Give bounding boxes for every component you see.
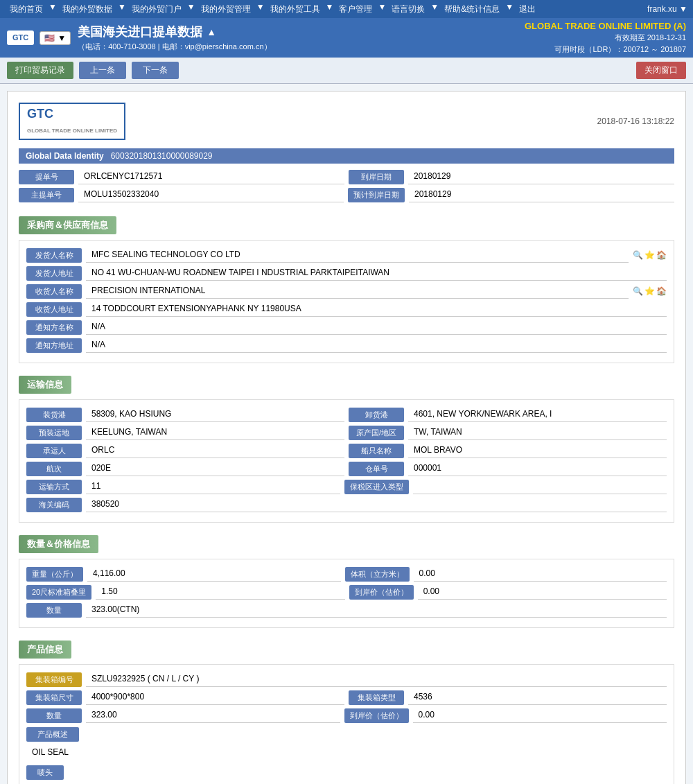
site-title-arrow: ▲	[207, 26, 216, 37]
prod-quantity-row: 数量 323.00 到岸价（估价） 0.00	[26, 708, 667, 723]
bill-row: 提单号 ORLCENYC1712571 到岸日期 20180129	[19, 169, 674, 184]
product-section: 产品信息 集装箱编号 SZLU9232925 ( CN / L / CY ) 集…	[19, 634, 674, 784]
nav-home[interactable]: 我的首页	[6, 2, 47, 17]
master-bill-value: MOLU13502332040	[78, 187, 344, 202]
site-title: 美国海关进口提单数据	[78, 24, 202, 40]
ftz-admission-value	[413, 479, 667, 494]
quantity-value: 323.00(CTN)	[86, 602, 667, 618]
home-icon-consignee[interactable]: 🏠	[656, 286, 667, 296]
customs-code-row: 海关编码 380520	[26, 497, 667, 512]
loading-port-value: 58309, KAO HSIUNG	[86, 407, 344, 422]
nav-logout[interactable]: 退出	[515, 2, 540, 17]
bill-value: ORLCENYC1712571	[78, 169, 344, 184]
doc-logo: GTC GLOBAL TRADE ONLINE LIMITED	[19, 103, 125, 140]
star-icon-shipper[interactable]: ⭐	[644, 250, 655, 260]
transport-section: 运输信息 装货港 58309, KAO HSIUNG 卸货港 4601, NEW…	[19, 369, 674, 523]
carrier-label: 承运人	[26, 444, 82, 458]
container-no-label: 集装箱编号	[26, 672, 82, 687]
search-icon-consignee[interactable]: 🔍	[633, 286, 643, 296]
nav-language[interactable]: 语言切换	[387, 2, 429, 17]
home-icon-shipper[interactable]: 🏠	[656, 250, 667, 260]
container-no-row: 集装箱编号 SZLU9232925 ( CN / L / CY )	[26, 672, 667, 687]
master-bill-row: 主提单号 MOLU13502332040 预计到岸日期 20180129	[19, 187, 674, 202]
nav-help[interactable]: 帮助&统计信息	[440, 2, 504, 17]
close-button-top[interactable]: 关闭窗口	[636, 62, 686, 79]
shipper-addr-label: 发货人地址	[26, 266, 82, 281]
discharge-port-value: 4601, NEW YORK/NEWARK AREA, I	[408, 407, 667, 422]
doc-logo-gtc: GTC	[27, 107, 53, 121]
transport-wrapper: 装货港 58309, KAO HSIUNG 卸货港 4601, NEW YORK…	[19, 399, 674, 523]
notify-addr-value: N/A	[86, 338, 667, 353]
origin-country-label: 原产国/地区	[349, 426, 404, 440]
shipper-addr-row: 发货人地址 NO 41 WU-CHUAN-WU ROADNEW TAIPEI I…	[26, 265, 667, 281]
consignee-name-row: 收货人名称 PRECISION INTERNATIONAL 🔍 ⭐ 🏠	[26, 284, 667, 299]
logo-area: GTC 🇺🇸 ▼	[7, 31, 71, 45]
logo-text: GTC	[12, 33, 28, 42]
shipper-name-label: 发货人名称	[26, 248, 82, 263]
doc-logo-subtitle: GLOBAL TRADE ONLINE LIMITED	[27, 128, 117, 134]
discharge-port-label: 卸货港	[349, 408, 404, 422]
nav-foreign-tools[interactable]: 我的外贸工具	[266, 2, 324, 17]
consignee-addr-value: 14 TODDCOURT EXTENSIONYAPHANK NY 11980US…	[86, 302, 667, 317]
quantity-price-header: 数量＆价格信息	[19, 535, 98, 553]
quantity-row: 数量 323.00(CTN)	[26, 602, 667, 618]
contact-info: （电话：400-710-3008 | 电邮：vip@pierschina.com…	[78, 42, 525, 52]
flag-selector[interactable]: 🇺🇸 ▼	[40, 31, 71, 45]
document: GTC GLOBAL TRADE ONLINE LIMITED 2018-07-…	[7, 91, 686, 784]
search-icon-shipper[interactable]: 🔍	[633, 250, 643, 260]
doc-logo-box: GTC GLOBAL TRADE ONLINE LIMITED	[19, 103, 125, 140]
arrival-price-label: 到岸价（估价）	[349, 585, 414, 600]
prod-arrival-price-label: 到岸价（估价）	[344, 708, 409, 723]
quantity-label: 数量	[26, 603, 82, 618]
product-header: 产品信息	[19, 641, 71, 659]
container-type-label: 集装箱类型	[349, 690, 404, 705]
transport-header: 运输信息	[19, 376, 71, 394]
weight-value: 4,116.00	[87, 566, 341, 582]
flag-dropdown-arrow: ▼	[58, 33, 66, 43]
pre-loading-label: 预装运地	[26, 426, 82, 440]
site-title-area: 美国海关进口提单数据 ▲ （电话：400-710-3008 | 电邮：vip@p…	[71, 24, 525, 52]
consignee-addr-label: 收货人地址	[26, 302, 82, 317]
volume-label: 体积（立方米）	[345, 567, 410, 582]
product-desc-block: 产品概述 OIL SEAL	[26, 727, 667, 760]
identity-value: 6003201801310000089029	[111, 151, 213, 161]
container-qty-value: 1.50	[96, 584, 344, 600]
shipper-icons: 🔍 ⭐ 🏠	[633, 250, 667, 260]
print-button-top[interactable]: 打印贸易记录	[7, 62, 73, 79]
arrival-date-value: 20180129	[408, 169, 674, 184]
main-content: GTC GLOBAL TRADE ONLINE LIMITED 2018-07-…	[0, 84, 693, 784]
shipper-addr-value: NO 41 WU-CHUAN-WU ROADNEW TAIPEI I NDUST…	[86, 265, 667, 281]
bill-label: 提单号	[19, 170, 74, 184]
pre-loading-value: KEELUNG, TAIWAN	[86, 425, 344, 440]
notify-addr-row: 通知方地址 N/A	[26, 338, 667, 353]
company-name: GLOBAL TRADE ONLINE LIMITED (A)	[525, 21, 686, 31]
shipper-name-row: 发货人名称 MFC SEALING TECHNOLOGY CO LTD 🔍 ⭐ …	[26, 247, 667, 263]
prev-button-top[interactable]: 上一条	[79, 62, 126, 79]
bill-lading-label: 仓单号	[349, 462, 404, 476]
username[interactable]: frank.xu ▼	[647, 4, 687, 14]
transport-mode-row: 运输方式 11 保税区进入类型	[26, 479, 667, 494]
next-button-top[interactable]: 下一条	[132, 62, 179, 79]
prod-quantity-label: 数量	[26, 708, 82, 723]
estimated-arrival-value: 20180129	[409, 187, 674, 202]
quantity-price-wrapper: 重量（公斤） 4,116.00 体积（立方米） 0.00 20尺标准箱叠里 1.…	[19, 559, 674, 628]
nav-foreign-portal[interactable]: 我的外贸门户	[128, 2, 186, 17]
star-icon-consignee[interactable]: ⭐	[644, 286, 655, 296]
nav-foreign-mgmt[interactable]: 我的外贸管理	[197, 2, 255, 17]
nav-foreign-data[interactable]: 我的外贸数据	[58, 2, 116, 17]
company-logo: GTC	[7, 31, 34, 45]
nav-customer-mgmt[interactable]: 客户管理	[335, 2, 376, 17]
identity-label: Global Data Identity	[26, 151, 104, 161]
ftz-admission-label: 保税区进入类型	[344, 480, 409, 494]
transport-mode-label: 运输方式	[26, 480, 82, 494]
vessel-label: 船只名称	[349, 444, 404, 458]
transport-mode-value: 11	[86, 479, 340, 494]
buyer-supplier-wrapper: 发货人名称 MFC SEALING TECHNOLOGY CO LTD 🔍 ⭐ …	[19, 240, 674, 363]
volume-value: 0.00	[414, 566, 667, 582]
container-qty-label: 20尺标准箱叠里	[26, 585, 91, 600]
valid-until: 有效期至 2018-12-31	[525, 33, 686, 43]
consignee-name-value: PRECISION INTERNATIONAL	[86, 284, 629, 299]
marks-label: 唛头	[26, 765, 64, 780]
product-desc-value: OIL SEAL	[26, 744, 667, 760]
product-desc-label: 产品概述	[26, 727, 79, 742]
